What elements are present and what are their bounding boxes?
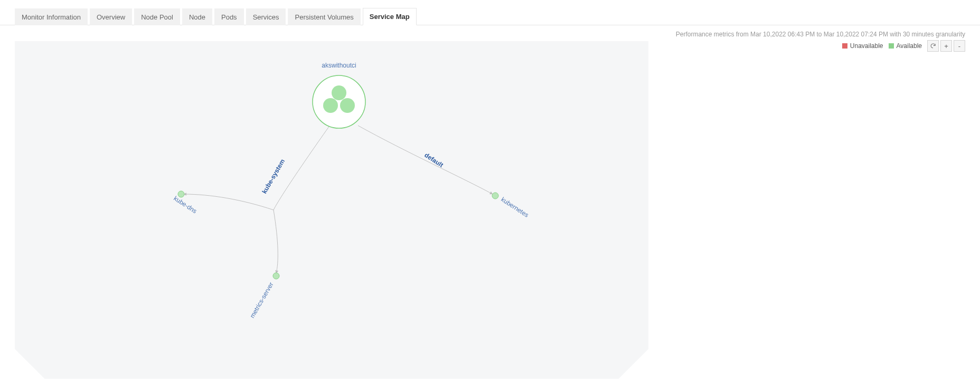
- tab-node[interactable]: Node: [182, 8, 212, 25]
- svg-point-5: [273, 273, 279, 279]
- service-map-canvas[interactable]: kube-system default akswithoutci kube-dn…: [15, 41, 648, 379]
- node-kubernetes[interactable]: kubernetes: [492, 193, 530, 219]
- refresh-icon: [930, 43, 936, 49]
- metrics-range-text: Performance metrics from Mar 10,2022 06:…: [0, 25, 980, 40]
- tab-pods[interactable]: Pods: [214, 8, 244, 25]
- node-metrics-server[interactable]: metrics-server: [248, 273, 279, 319]
- legend-available: Available: [889, 42, 922, 50]
- refresh-button[interactable]: [927, 40, 939, 52]
- node-kube-dns-label: kube-dns: [172, 195, 198, 215]
- node-root[interactable]: akswithoutci: [313, 62, 365, 128]
- edge-kubesystem-metricsserver: [274, 210, 278, 273]
- tab-monitor-information[interactable]: Monitor Information: [15, 8, 88, 25]
- edge-label-default: default: [423, 151, 445, 169]
- node-kubernetes-label: kubernetes: [500, 196, 530, 219]
- edge-root-kubernetes: [358, 126, 493, 194]
- tab-services[interactable]: Services: [246, 8, 286, 25]
- svg-point-2: [323, 98, 338, 113]
- svg-point-0: [313, 75, 365, 128]
- svg-point-1: [332, 85, 346, 100]
- tab-persistent-volumes[interactable]: Persistent Volumes: [288, 8, 360, 25]
- legend-unavailable: Unavailable: [842, 42, 883, 50]
- legend-available-label: Available: [897, 42, 922, 50]
- zoom-in-button[interactable]: +: [940, 40, 952, 52]
- svg-point-6: [492, 193, 498, 199]
- tab-bar: Monitor Information Overview Node Pool N…: [0, 0, 980, 25]
- svg-point-3: [340, 98, 355, 113]
- swatch-green-icon: [889, 43, 894, 49]
- service-map-svg: kube-system default akswithoutci kube-dn…: [15, 41, 648, 379]
- tab-service-map[interactable]: Service Map: [363, 8, 417, 25]
- edge-label-kube-system: kube-system: [260, 158, 286, 195]
- map-controls: + -: [927, 40, 965, 52]
- node-root-label: akswithoutci: [322, 62, 356, 69]
- node-metrics-server-label: metrics-server: [248, 281, 275, 320]
- zoom-out-button[interactable]: -: [954, 40, 965, 52]
- tab-overview[interactable]: Overview: [90, 8, 132, 25]
- legend-unavailable-label: Unavailable: [850, 42, 883, 50]
- tab-node-pool[interactable]: Node Pool: [134, 8, 180, 25]
- swatch-red-icon: [842, 43, 847, 49]
